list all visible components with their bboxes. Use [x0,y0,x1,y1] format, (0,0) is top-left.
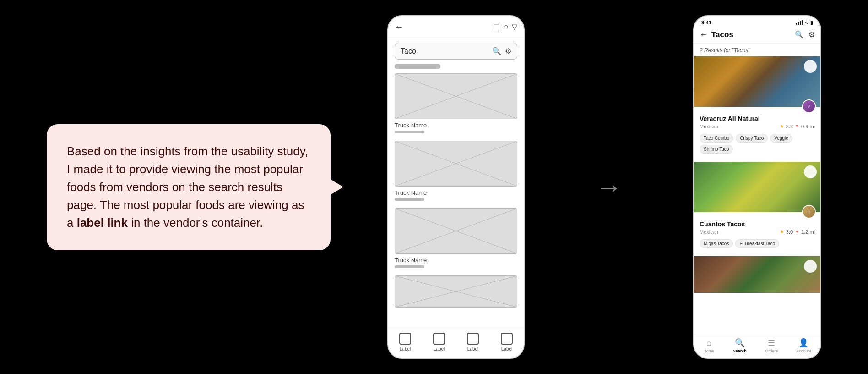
status-time: 9:41 [701,20,711,25]
vendor-avatar-2: C [802,205,816,219]
vendor-img-wrap-1: ♡ V [694,56,820,107]
nav-item-orders[interactable]: ☰ Orders [765,338,778,353]
wire-card-name-3: Truck Name [395,257,517,264]
tag-shrimp-taco[interactable]: Shrimp Taco [700,145,733,154]
vendor-cards-container: ♡ V Veracruz All Natural Mexican ★ 3.2 ▼… [694,56,820,334]
transition-arrow: → [581,171,636,203]
wireframe-top-bar: ← ▢ ○ ▽ [388,16,524,38]
wire-cards-container: Truck Name Truck Name Truck Name [388,73,524,328]
vendor-avatar-1: V [802,99,816,113]
vendor-name-2: Cuantos Tacos [700,220,815,228]
nav-item-home[interactable]: ⌂ Home [703,338,714,353]
star-icon-1: ★ [780,123,784,129]
orders-icon: ☰ [768,338,775,348]
vendor-tags-2: Migas Tacos El Breakfast Taco [694,237,820,253]
vendor-food-image-1 [694,56,820,107]
vendor-rating-1: ★ 3.2 ▼ 0.9 mi [780,123,815,129]
nav-label-orders: Orders [765,349,778,353]
wireframe-phone: ← ▢ ○ ▽ 🔍 ⚙ Truck Name Truck Name [387,15,525,359]
status-bar: 9:41 ∿ ▮ [694,16,820,27]
callout-text: Based on the insights from the usability… [67,144,308,230]
tag-el-breakfast-taco[interactable]: El Breakfast Taco [735,239,779,248]
bottom-nav-bar: ⌂ Home 🔍 Search ☰ Orders 👤 Account [694,334,820,358]
search-icon[interactable]: 🔍 [795,30,804,39]
signal-bars-icon [796,20,803,25]
vendor-tags-1: Taco Combo Crispy Taco Veggie Shrimp Tac… [694,132,820,158]
location-icon-2: ▼ [795,229,799,234]
callout-bubble: Based on the insights from the usability… [47,124,331,250]
results-query: "Tacos" [732,47,750,54]
wire-card-1: Truck Name [395,73,517,133]
vendor-food-image-2 [694,162,820,212]
vendor-meta-1: Mexican ★ 3.2 ▼ 0.9 mi [700,123,815,129]
results-count: 2 Results for [700,47,730,54]
rating-value-1: 3.2 [786,124,793,129]
back-button[interactable]: ← [700,30,708,39]
search-title: Tacos [711,30,791,39]
wire-card-name-2: Truck Name [395,189,517,196]
mockup-phone: 9:41 ∿ ▮ ← Tacos 🔍 ⚙ 2 Resu [693,15,821,359]
vendor-card-3[interactable]: ♡ [694,256,820,293]
vendor-name-1: Veracruz All Natural [700,115,815,122]
wire-card-underline-2 [395,198,424,201]
vendor-type-1: Mexican [700,124,718,129]
wire-nav-item-4[interactable]: Label [501,333,513,352]
tag-taco-combo[interactable]: Taco Combo [700,134,733,143]
wire-placeholder-img-4 [395,275,517,308]
vendor-food-image-3 [694,256,820,293]
account-icon: 👤 [798,338,808,348]
wire-card-name-1: Truck Name [395,122,517,129]
wireframe-bottom-nav: Label Label Label Label [388,328,524,358]
wire-card-4 [395,275,517,308]
vendor-info-2: Cuantos Tacos Mexican ★ 3.0 ▼ 1.2 mi [694,212,820,237]
wire-top-right-icons: ▢ ○ ▽ [493,22,517,31]
wire-search-input[interactable] [401,47,492,55]
wire-circle-icon: ○ [504,22,508,31]
nav-label-account: Account [796,349,811,353]
wire-nav-label-1: Label [400,346,411,352]
vendor-img-wrap-2: ♡ C [694,162,820,212]
search-nav-icon: 🔍 [735,338,745,348]
wire-back-icon[interactable]: ← [395,22,404,32]
nav-label-search: Search [733,349,747,353]
favorite-button-2[interactable]: ♡ [804,165,817,178]
search-header: ← Tacos 🔍 ⚙ [694,27,820,44]
wire-nav-icon-3 [467,333,479,345]
avatar-inner-1: V [803,100,815,112]
wire-search-bar[interactable]: 🔍 ⚙ [395,43,517,60]
distance-value-2: 1.2 mi [801,229,815,235]
wire-nav-item-1[interactable]: Label [399,333,411,352]
tag-veggie[interactable]: Veggie [770,134,792,143]
vendor-card-2[interactable]: ♡ C Cuantos Tacos Mexican ★ 3.0 ▼ 1.2 mi [694,162,820,253]
favorite-button-1[interactable]: ♡ [804,60,817,73]
tag-migas-tacos[interactable]: Migas Tacos [700,239,733,248]
wire-placeholder-img-2 [395,141,517,187]
home-icon: ⌂ [706,338,711,348]
wire-tag-bar [395,64,440,69]
wire-nav-item-3[interactable]: Label [467,333,479,352]
wire-placeholder-img-1 [395,73,517,119]
nav-item-account[interactable]: 👤 Account [796,338,811,353]
header-action-icons: 🔍 ⚙ [795,30,815,39]
favorite-button-3[interactable]: ♡ [804,260,817,273]
vendor-meta-2: Mexican ★ 3.0 ▼ 1.2 mi [700,229,815,235]
vendor-img-wrap-3: ♡ [694,256,820,293]
wire-nav-item-2[interactable]: Label [433,333,445,352]
wire-triangle-icon: ▽ [512,22,517,31]
wire-filter-icon[interactable]: ⚙ [505,47,511,55]
wire-placeholder-img-3 [395,208,517,254]
wire-nav-icon-2 [433,333,445,345]
wire-card-3: Truck Name [395,208,517,268]
wire-square-icon: ▢ [493,22,500,31]
wire-nav-label-3: Label [467,346,478,352]
wire-search-icon: 🔍 [492,47,501,55]
filter-icon[interactable]: ⚙ [808,30,815,39]
battery-icon: ▮ [810,20,813,25]
wire-nav-label-2: Label [434,346,445,352]
location-icon-1: ▼ [795,124,799,129]
wire-nav-icon-1 [399,333,411,345]
nav-item-search[interactable]: 🔍 Search [733,338,747,353]
tag-crispy-taco[interactable]: Crispy Taco [736,134,768,143]
wire-card-underline-1 [395,131,424,133]
vendor-card-1[interactable]: ♡ V Veracruz All Natural Mexican ★ 3.2 ▼… [694,56,820,158]
